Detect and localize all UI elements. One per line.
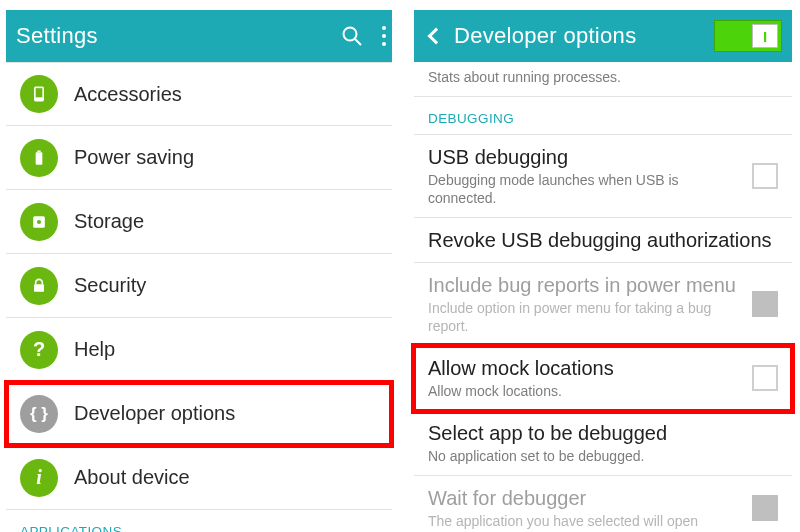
list-item-subtitle: Include option in power menu for taking … (428, 299, 778, 335)
switch-knob: I (752, 24, 778, 48)
list-item-subtitle: Stats about running processes. (428, 68, 778, 86)
list-item-label: Storage (74, 210, 144, 233)
action-bar: Developer options I (414, 10, 792, 62)
battery-icon (20, 139, 58, 177)
list-item-title: Allow mock locations (428, 356, 778, 380)
list-item-security[interactable]: Security (6, 254, 392, 318)
list-item-bug-reports: Include bug reports in power menu Includ… (414, 263, 792, 346)
search-icon[interactable] (340, 24, 364, 48)
list-item-title: Wait for debugger (428, 486, 778, 510)
list-item-wait-for-debugger: Wait for debugger The application you ha… (414, 476, 792, 532)
overflow-menu-icon[interactable] (382, 24, 386, 48)
list-item-select-debug-app[interactable]: Select app to be debugged No application… (414, 411, 792, 476)
page-title: Developer options (454, 23, 636, 49)
list-item-process-stats[interactable]: Stats about running processes. (414, 62, 792, 97)
list-item-subtitle: No application set to be debugged. (428, 447, 778, 465)
developer-options-screen: Developer options I Stats about running … (414, 10, 792, 522)
list-item-label: Power saving (74, 146, 194, 169)
list-item-label: Help (74, 338, 115, 361)
list-item-about-device[interactable]: i About device (6, 446, 392, 510)
list-item-label: Developer options (74, 402, 235, 425)
section-header-applications: APPLICATIONS (6, 510, 392, 532)
checkbox[interactable] (752, 163, 778, 189)
section-header-debugging: DEBUGGING (414, 97, 792, 135)
back-icon[interactable] (424, 24, 448, 48)
list-item-usb-debugging[interactable]: USB debugging Debugging mode launches wh… (414, 135, 792, 218)
action-bar: Settings (6, 10, 392, 62)
svg-rect-8 (34, 284, 44, 292)
list-item-subtitle: Allow mock locations. (428, 382, 778, 400)
settings-list: Accessories Power saving Storage Securit… (6, 62, 392, 532)
accessories-icon (20, 75, 58, 113)
svg-rect-5 (37, 150, 40, 152)
list-item-accessories[interactable]: Accessories (6, 62, 392, 126)
checkbox (752, 495, 778, 521)
page-title: Settings (16, 23, 98, 49)
lock-icon (20, 267, 58, 305)
list-item-title: Revoke USB debugging authorizations (428, 228, 778, 252)
list-item-subtitle: Debugging mode launches when USB is conn… (428, 171, 778, 207)
list-item-storage[interactable]: Storage (6, 190, 392, 254)
svg-rect-3 (36, 88, 43, 97)
list-item-subtitle: The application you have selected will o… (428, 512, 778, 530)
list-item-revoke-usb[interactable]: Revoke USB debugging authorizations (414, 218, 792, 263)
checkbox (752, 291, 778, 317)
list-item-title: USB debugging (428, 145, 778, 169)
svg-point-7 (37, 219, 41, 223)
list-item-label: Accessories (74, 83, 182, 106)
list-item-developer-options[interactable]: { } Developer options (6, 382, 392, 446)
list-item-help[interactable]: ? Help (6, 318, 392, 382)
developer-options-list: Stats about running processes. DEBUGGING… (414, 62, 792, 532)
checkbox[interactable] (752, 365, 778, 391)
help-icon: ? (20, 331, 58, 369)
list-item-allow-mock-locations[interactable]: Allow mock locations Allow mock location… (414, 346, 792, 411)
master-toggle[interactable]: I (714, 20, 782, 52)
svg-rect-4 (36, 152, 43, 165)
svg-line-1 (355, 39, 361, 45)
list-item-title: Include bug reports in power menu (428, 273, 778, 297)
list-item-label: About device (74, 466, 190, 489)
storage-icon (20, 203, 58, 241)
list-item-power-saving[interactable]: Power saving (6, 126, 392, 190)
settings-screen: Settings Accessories Power saving (6, 10, 392, 522)
svg-point-0 (344, 28, 357, 41)
info-icon: i (20, 459, 58, 497)
list-item-title: Select app to be debugged (428, 421, 778, 445)
list-item-label: Security (74, 274, 146, 297)
braces-icon: { } (20, 395, 58, 433)
